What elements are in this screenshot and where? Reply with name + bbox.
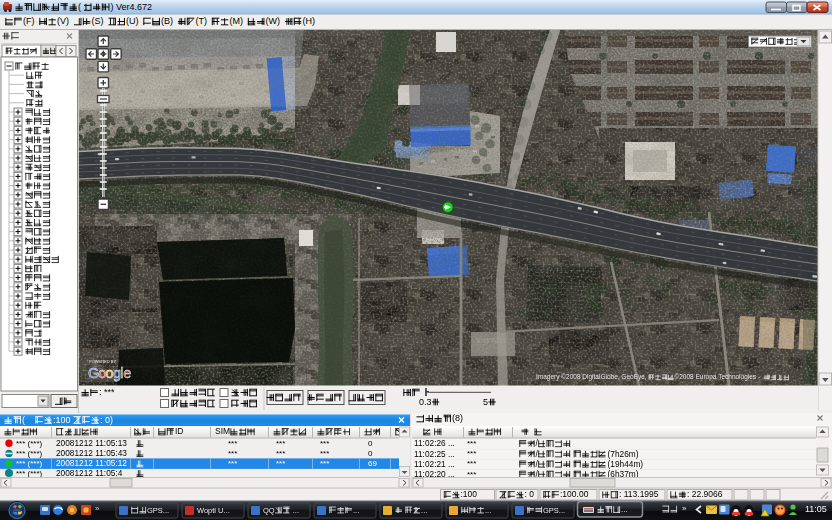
svg-text:(V): (V) — [57, 16, 69, 26]
svg-text:11:02:25 ...: 11:02:25 ... — [414, 449, 455, 459]
svg-text:...: ... — [353, 506, 359, 515]
svg-text:0: 0 — [368, 439, 373, 448]
svg-text::100: :100 — [461, 489, 478, 499]
svg-text:***: *** — [320, 459, 329, 468]
svg-text:***: *** — [276, 439, 285, 448]
svg-text:***: *** — [276, 459, 285, 468]
svg-text:(7h26m): (7h26m) — [608, 449, 639, 459]
svg-text:*** (***): *** (***) — [16, 439, 43, 448]
svg-text:(S): (S) — [91, 16, 103, 26]
svg-text:(8): (8) — [452, 413, 463, 423]
svg-text:69: 69 — [368, 459, 377, 468]
svg-text:***: *** — [320, 449, 329, 458]
svg-text:20081212 11:05:12: 20081212 11:05:12 — [56, 458, 127, 468]
svg-text:Imagery ©2008 DigitalGlobe, Ge: Imagery ©2008 DigitalGlobe, GeoEye, — [536, 373, 647, 381]
svg-text:***: *** — [467, 439, 476, 448]
svg-text:20081212 11:05:4: 20081212 11:05:4 — [56, 468, 123, 478]
svg-text:5: 5 — [483, 397, 488, 407]
svg-text:(H): (H) — [302, 16, 315, 26]
svg-text:20081212 11:05:13: 20081212 11:05:13 — [56, 438, 127, 448]
svg-text:*** (***): *** (***) — [16, 459, 43, 468]
svg-text:(M): (M) — [229, 16, 243, 26]
svg-text:***: *** — [467, 449, 476, 458]
svg-text:(F): (F) — [23, 16, 35, 26]
svg-text:11:02:26 ...: 11:02:26 ... — [414, 438, 455, 448]
svg-text:: 0: : 0 — [525, 489, 535, 499]
svg-text:***: *** — [467, 459, 476, 468]
svg-text:(W): (W) — [265, 16, 280, 26]
svg-text:(T): (T) — [195, 16, 207, 26]
svg-text:...: ... — [485, 506, 491, 515]
svg-text:(B): (B) — [161, 16, 173, 26]
svg-text:*** (***): *** (***) — [16, 469, 43, 478]
svg-text:***: *** — [228, 449, 237, 458]
svg-text:Wopti U...: Wopti U... — [197, 506, 230, 515]
svg-text:e: e — [123, 365, 131, 381]
svg-text:***: *** — [276, 449, 285, 458]
svg-text:GPS...: GPS... — [543, 506, 565, 515]
svg-text:: ***: : *** — [99, 387, 115, 397]
svg-text:...: ... — [621, 505, 628, 514]
svg-text:GPS...: GPS... — [147, 506, 169, 515]
svg-text:»: » — [682, 504, 687, 513]
svg-text:***: *** — [228, 439, 237, 448]
svg-text:: 113.1995: : 113.1995 — [619, 489, 659, 499]
svg-text:SIM: SIM — [215, 426, 230, 436]
svg-text:11:05: 11:05 — [805, 504, 827, 514]
svg-text:ID: ID — [175, 426, 184, 436]
svg-text:20081212 11:05:43: 20081212 11:05:43 — [56, 448, 127, 458]
svg-text:(U): (U) — [126, 16, 138, 26]
svg-text:...: ... — [421, 506, 427, 515]
svg-text:***: *** — [320, 439, 329, 448]
svg-text::100.00: :100.00 — [560, 489, 589, 499]
svg-text:11:02:21 ...: 11:02:21 ... — [414, 459, 455, 469]
svg-text:(19h44m): (19h44m) — [608, 459, 644, 469]
svg-text:***: *** — [228, 459, 237, 468]
svg-text:©2008 Europa Technologies -: ©2008 Europa Technologies - — [674, 373, 760, 381]
svg-text:: 22.9066: : 22.9066 — [687, 489, 723, 499]
svg-text:0.3: 0.3 — [419, 397, 432, 407]
svg-text:0: 0 — [368, 449, 373, 458]
svg-text:»: » — [95, 504, 100, 513]
svg-text:*** (***): *** (***) — [16, 449, 43, 458]
